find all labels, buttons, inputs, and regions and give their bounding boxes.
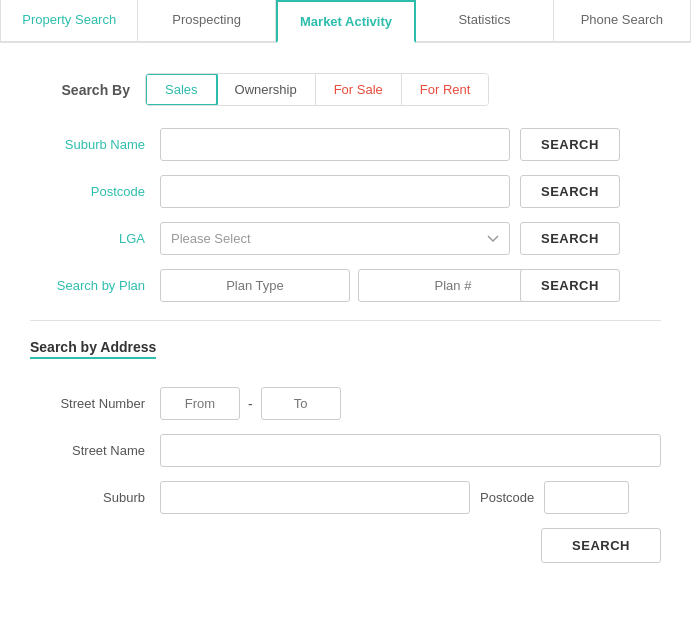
suburb-addr-input[interactable] <box>160 481 470 514</box>
tabs-bar: Property Search Prospecting Market Activ… <box>0 0 691 43</box>
street-name-input[interactable] <box>160 434 661 467</box>
postcode-addr-input[interactable] <box>544 481 629 514</box>
street-number-row: Street Number - <box>30 387 661 420</box>
suburb-addr-label: Suburb <box>30 490 145 505</box>
divider <box>30 320 661 321</box>
tab-prospecting[interactable]: Prospecting <box>138 0 275 43</box>
postcode-input[interactable] <box>160 175 510 208</box>
street-number-from-input[interactable] <box>160 387 240 420</box>
street-name-row: Street Name <box>30 434 661 467</box>
postcode-addr-label: Postcode <box>480 490 534 505</box>
suburb-name-input[interactable] <box>160 128 510 161</box>
street-number-inputs: - <box>160 387 341 420</box>
search-by-plan-row: Search by Plan SEARCH <box>30 269 661 302</box>
street-number-to-input[interactable] <box>261 387 341 420</box>
tab-market-activity[interactable]: Market Activity <box>276 0 416 43</box>
search-by-forsale-btn[interactable]: For Sale <box>316 74 402 105</box>
postcode-row: Postcode SEARCH <box>30 175 661 208</box>
lga-row: LGA Please Select SEARCH <box>30 222 661 255</box>
search-by-buttons: Sales Ownership For Sale For Rent <box>145 73 489 106</box>
tab-phone-search[interactable]: Phone Search <box>554 0 691 43</box>
plan-type-input[interactable] <box>160 269 350 302</box>
search-by-ownership-btn[interactable]: Ownership <box>217 74 316 105</box>
plan-search-btn[interactable]: SEARCH <box>520 269 620 302</box>
street-name-label: Street Name <box>30 443 145 458</box>
suburb-name-search-btn[interactable]: SEARCH <box>520 128 620 161</box>
dash-separator: - <box>248 396 253 412</box>
address-search-row: SEARCH <box>30 528 661 563</box>
lga-search-btn[interactable]: SEARCH <box>520 222 620 255</box>
lga-label[interactable]: LGA <box>30 231 145 246</box>
suburb-name-label[interactable]: Suburb Name <box>30 137 145 152</box>
lga-select[interactable]: Please Select <box>160 222 510 255</box>
suburb-name-row: Suburb Name SEARCH <box>30 128 661 161</box>
tab-statistics[interactable]: Statistics <box>416 0 553 43</box>
suburb-postcode-inputs: Postcode <box>160 481 661 514</box>
search-by-forrent-btn[interactable]: For Rent <box>402 74 489 105</box>
search-by-plan-label[interactable]: Search by Plan <box>30 278 145 293</box>
search-by-label: Search By <box>30 82 130 98</box>
suburb-row: Suburb Postcode <box>30 481 661 514</box>
search-by-row: Search By Sales Ownership For Sale For R… <box>30 73 661 106</box>
address-section: Search by Address Street Number - Street… <box>30 339 661 563</box>
address-section-title: Search by Address <box>30 339 156 359</box>
search-by-sales-btn[interactable]: Sales <box>145 73 218 106</box>
tab-property-search[interactable]: Property Search <box>0 0 138 43</box>
street-number-label: Street Number <box>30 396 145 411</box>
postcode-label[interactable]: Postcode <box>30 184 145 199</box>
main-content: Search By Sales Ownership For Sale For R… <box>0 43 691 583</box>
address-search-btn[interactable]: SEARCH <box>541 528 661 563</box>
postcode-search-btn[interactable]: SEARCH <box>520 175 620 208</box>
plan-inputs <box>160 269 510 302</box>
